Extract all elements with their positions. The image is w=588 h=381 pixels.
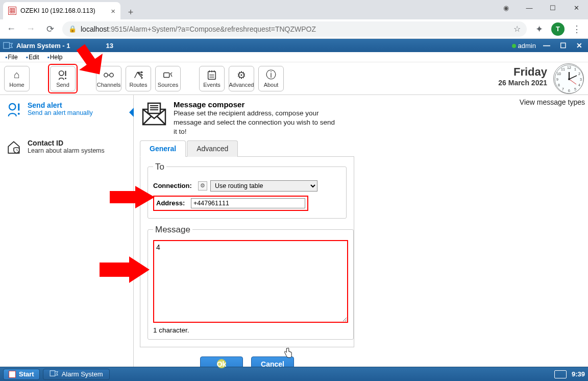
- taskbar-item-alarm-system[interactable]: Alarm System: [43, 369, 110, 380]
- toolbar-events-button[interactable]: Events: [199, 66, 225, 91]
- app-body: Send alert Send an alert manually Contac…: [0, 95, 588, 367]
- toolbar-home-button[interactable]: ⌂ Home: [4, 66, 30, 91]
- composer-title: Message composer: [174, 100, 337, 109]
- view-message-types-link[interactable]: View message types: [520, 98, 585, 106]
- browser-tab-strip: OZEKI 10 (192.168.0.113) × + ◉ — ☐ ✕: [0, 0, 588, 19]
- browser-menu-icon[interactable]: ⋮: [570, 22, 584, 36]
- window-caption-buttons: ◉ — ☐ ✕: [494, 0, 588, 15]
- svg-text:5: 5: [574, 87, 576, 91]
- toolbar-sources-button[interactable]: Sources: [155, 66, 181, 91]
- sources-icon: [162, 69, 174, 81]
- incognito-indicator-icon: ◉: [494, 0, 518, 15]
- taskbar-clock: 9:39: [572, 370, 585, 378]
- address-bar[interactable]: 🔒 localhost:9515/Alarm+System/?a=Compose…: [62, 21, 527, 37]
- character-count: 1 character.: [153, 326, 348, 334]
- home-icon: ⌂: [11, 69, 22, 81]
- message-textarea[interactable]: 4: [153, 240, 348, 323]
- window-minimize-button[interactable]: —: [518, 0, 541, 15]
- lock-icon: 🔒: [68, 25, 77, 33]
- envelope-icon: [140, 100, 168, 129]
- connection-gear-icon[interactable]: ⚙: [198, 181, 207, 190]
- tab-favicon: [8, 7, 16, 15]
- svg-rect-6: [164, 73, 169, 77]
- svg-rect-0: [4, 42, 10, 49]
- sidebar: Send alert Send an alert manually Contac…: [0, 95, 134, 367]
- house-shield-icon: [6, 139, 22, 155]
- status-dot-icon: [512, 44, 516, 48]
- app-close-button[interactable]: ✕: [574, 41, 585, 50]
- info-icon: ⓘ: [265, 69, 277, 81]
- address-row: Address:: [153, 196, 341, 211]
- user-indicator[interactable]: admin: [512, 42, 536, 50]
- svg-text:6: 6: [568, 89, 570, 92]
- svg-text:11: 11: [561, 67, 565, 71]
- tab-close-icon[interactable]: ×: [111, 7, 115, 15]
- date-full: 26 March 2021: [498, 79, 547, 87]
- message-legend: Message: [153, 225, 192, 235]
- svg-rect-42: [50, 371, 55, 376]
- menu-help[interactable]: ▪Help: [44, 53, 66, 62]
- browser-toolbar: ← → ⟳ 🔒 localhost:9515/Alarm+System/?a=C…: [0, 19, 588, 39]
- composer-header: Message composer Please set the recipien…: [140, 100, 582, 137]
- svg-text:3: 3: [580, 78, 582, 81]
- bookmark-star-icon[interactable]: ☆: [513, 24, 521, 34]
- connection-row: Connection: ⚙ Use routing table: [153, 180, 341, 192]
- toolbar-advanced-button[interactable]: ⚙ Advanced: [229, 66, 254, 91]
- tab-title: OZEKI 10 (192.168.0.113): [20, 7, 95, 14]
- send-alert-icon: [57, 69, 68, 81]
- date-display: Friday 26 March 2021: [498, 65, 547, 87]
- address-input[interactable]: [191, 198, 305, 208]
- menu-file[interactable]: ▪File: [2, 53, 21, 62]
- svg-text:4: 4: [578, 83, 580, 87]
- keyboard-icon[interactable]: [554, 370, 567, 378]
- svg-point-31: [9, 104, 16, 110]
- start-icon: [9, 371, 16, 378]
- start-button[interactable]: Start: [3, 369, 40, 380]
- menu-edit[interactable]: ▪Edit: [23, 53, 42, 62]
- url-path: :9515/Alarm+System/?a=Compose&refreshreq…: [109, 25, 316, 33]
- sidebar-item-title: Contact ID: [28, 139, 105, 147]
- toolbar-about-button[interactable]: ⓘ About: [258, 66, 284, 91]
- profile-avatar[interactable]: T: [551, 22, 565, 36]
- new-tab-button[interactable]: +: [124, 5, 138, 19]
- routes-icon: [133, 69, 144, 81]
- tab-general[interactable]: General: [140, 140, 186, 157]
- svg-text:2: 2: [578, 72, 580, 76]
- url-host: localhost: [81, 25, 109, 33]
- composer-tabs: General Advanced: [140, 140, 354, 157]
- window-maximize-button[interactable]: ☐: [541, 0, 565, 15]
- address-highlight-annotation: Address:: [153, 196, 308, 211]
- nav-reload-button[interactable]: ⟳: [43, 22, 57, 36]
- annotation-arrow-send: [77, 44, 117, 86]
- svg-text:7: 7: [562, 87, 564, 91]
- svg-point-3: [65, 77, 66, 79]
- nav-forward-button[interactable]: →: [23, 22, 38, 36]
- app-maximize-button[interactable]: ☐: [557, 41, 569, 50]
- sidebar-item-subtitle: Learn about alarm systems: [28, 147, 105, 154]
- sidebar-item-contact-id[interactable]: Contact ID Learn about alarm systems: [4, 136, 129, 158]
- app-minimize-button[interactable]: —: [541, 41, 552, 50]
- window-close-button[interactable]: ✕: [565, 0, 588, 15]
- svg-rect-7: [208, 71, 216, 79]
- to-fieldset: To Connection: ⚙ Use routing table Addre…: [148, 162, 347, 219]
- browser-tab[interactable]: OZEKI 10 (192.168.0.113) ×: [3, 2, 120, 19]
- sidebar-item-subtitle: Send an alert manually: [28, 109, 93, 116]
- extensions-icon[interactable]: ✦: [532, 22, 546, 36]
- tab-advanced[interactable]: Advanced: [187, 140, 238, 157]
- date-weekday: Friday: [498, 65, 547, 79]
- toolbar-send-button[interactable]: Send: [50, 66, 76, 91]
- annotation-arrow-message: [100, 256, 151, 287]
- person-alert-icon: [6, 101, 22, 117]
- svg-point-30: [568, 78, 570, 80]
- connection-select[interactable]: Use routing table: [210, 180, 317, 192]
- message-fieldset: Message 4 1 character.: [148, 225, 354, 340]
- toolbar-routes-button[interactable]: Routes: [126, 66, 151, 91]
- svg-marker-41: [100, 256, 150, 283]
- gear-icon: ⚙: [236, 69, 247, 81]
- events-icon: [206, 69, 217, 81]
- nav-back-button[interactable]: ←: [4, 22, 18, 36]
- send-highlight-annotation: Send: [48, 64, 78, 93]
- annotation-arrow-address: [110, 186, 156, 213]
- sidebar-item-send-alert[interactable]: Send alert Send an alert manually: [4, 98, 129, 121]
- analog-clock: 1212 345 678 91011: [553, 63, 584, 94]
